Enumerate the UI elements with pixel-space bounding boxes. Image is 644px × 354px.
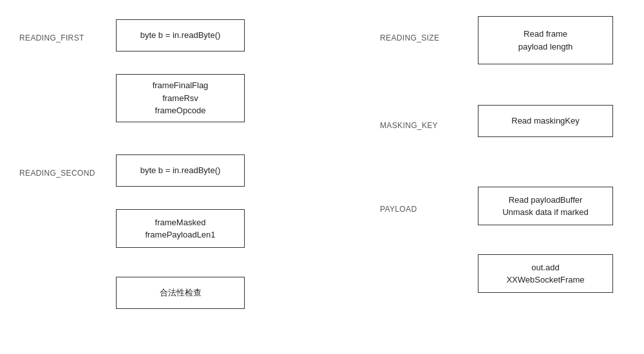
diagram: READING_FIRST READING_SECOND byte b = in… (0, 0, 644, 354)
masking-key-label: MASKING_KEY (380, 121, 438, 130)
box-frame-flags: frameFinalFlag frameRsv frameOpcode (116, 74, 245, 122)
box-read-byte-2: byte b = in.readByte() (116, 154, 245, 187)
payload-label: PAYLOAD (380, 205, 417, 214)
box-frame-masked: frameMasked framePayloadLen1 (116, 209, 245, 248)
reading-second-label: READING_SECOND (19, 169, 95, 178)
box-read-masking-key: Read maskingKey (478, 105, 613, 137)
box-read-frame-payload: Read frame payload length (478, 16, 613, 64)
box-read-byte-1: byte b = in.readByte() (116, 19, 245, 51)
box-legality-check: 合法性检查 (116, 277, 245, 309)
box-out-add: out.add XXWebSocketFrame (478, 254, 613, 293)
reading-size-label: READING_SIZE (380, 33, 439, 42)
reading-first-label: READING_FIRST (19, 33, 84, 42)
box-read-payload-buffer: Read payloadBuffer Unmask data if marked (478, 187, 613, 225)
